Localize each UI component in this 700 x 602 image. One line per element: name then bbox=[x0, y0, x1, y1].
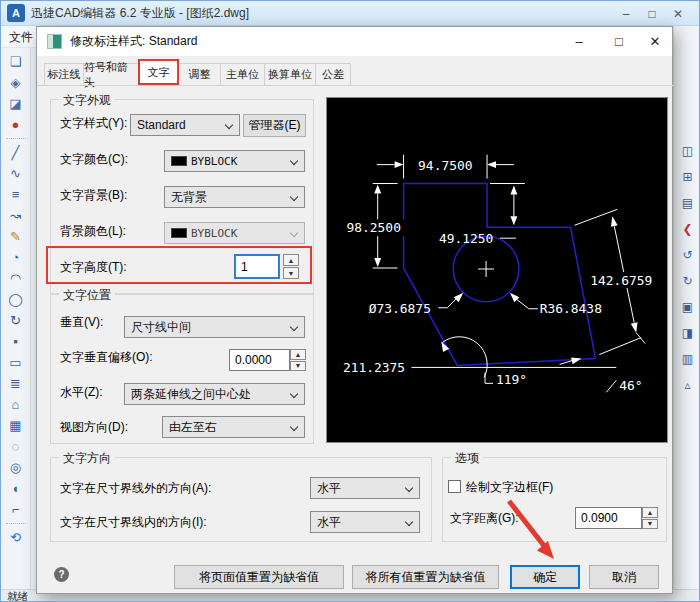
reset-page-button[interactable]: 将页面值重置为缺省值 bbox=[174, 565, 344, 589]
ok-button[interactable]: 确定 bbox=[510, 565, 580, 589]
measure-icon[interactable]: ▣ bbox=[677, 294, 699, 320]
polyline-icon[interactable]: ↝ bbox=[5, 205, 27, 226]
line-icon[interactable]: ╱ bbox=[5, 142, 27, 163]
spinner-up-icon[interactable]: ▲ bbox=[290, 349, 306, 360]
reset-all-button[interactable]: 将所有值重置为缺省值 bbox=[352, 565, 499, 589]
circle-icon[interactable]: ◔ bbox=[5, 247, 27, 268]
cancel-button[interactable]: 取消 bbox=[589, 565, 659, 589]
tab-primary-units[interactable]: 主单位 bbox=[220, 63, 265, 85]
dialog-maximize-icon[interactable]: □ bbox=[604, 27, 634, 56]
eraser-icon[interactable]: ◪ bbox=[5, 93, 27, 114]
view-direction-value: 由左至右 bbox=[169, 419, 217, 436]
text-gap-input[interactable]: 0.0900 bbox=[575, 507, 642, 529]
layout-icon[interactable]: ▥ bbox=[677, 346, 699, 372]
donut-icon[interactable]: ◎ bbox=[5, 457, 27, 478]
annotate-icon[interactable]: ◨ bbox=[677, 320, 699, 346]
direction-outside-select[interactable]: 水平 bbox=[310, 477, 420, 499]
new-file-icon[interactable]: ❏ bbox=[5, 51, 27, 72]
spinner-down-icon[interactable]: ▼ bbox=[290, 361, 306, 372]
pan-icon[interactable]: ◫ bbox=[677, 138, 699, 164]
settings-icon[interactable]: ▵ bbox=[677, 372, 699, 398]
spinner-down-icon[interactable]: ▼ bbox=[283, 267, 299, 279]
dim-slant-label: 142.6759 bbox=[590, 273, 652, 288]
main-titlebar: A 迅捷CAD编辑器 6.2 专业版 - [图纸2.dwg] – □ ✕ bbox=[1, 1, 700, 26]
status-text: 就绪 bbox=[7, 590, 28, 602]
text-fill-value: 无背景 bbox=[171, 189, 207, 206]
spinner-up-icon[interactable]: ▲ bbox=[642, 507, 658, 518]
spinner-down-icon[interactable]: ▼ bbox=[642, 519, 658, 530]
dimension-preview-panel: 94.7500 98.2500 49.1250 bbox=[326, 97, 668, 443]
dim-angle2-label: 46° bbox=[619, 378, 642, 393]
group-text-position-title: 文字位置 bbox=[59, 287, 115, 304]
polygon-icon[interactable]: ⌂ bbox=[5, 394, 27, 415]
dialog-minimize-icon[interactable]: – bbox=[564, 27, 594, 56]
spline-icon[interactable]: ∿ bbox=[5, 163, 27, 184]
text-fill-select[interactable]: 无背景 bbox=[164, 186, 305, 208]
ellipse-icon[interactable]: ◯ bbox=[5, 289, 27, 310]
layers-icon[interactable]: ▤ bbox=[677, 190, 699, 216]
render-sphere-icon[interactable]: ● bbox=[5, 114, 27, 135]
text-height-label: 文字高度(T): bbox=[60, 260, 127, 274]
tab-fit[interactable]: 调整 bbox=[178, 63, 221, 85]
group-text-appearance-title: 文字外观 bbox=[59, 92, 115, 109]
draw-text-frame-checkbox[interactable] bbox=[448, 480, 461, 493]
zoom-window-icon[interactable]: ⊞ bbox=[677, 164, 699, 190]
toolbar-separator bbox=[6, 523, 26, 524]
text-height-input[interactable]: 1 bbox=[234, 254, 280, 279]
direction-inside-select[interactable]: 水平 bbox=[310, 511, 420, 533]
help-button[interactable]: ? bbox=[54, 567, 69, 582]
text-gap-spinner[interactable]: ▲ ▼ bbox=[642, 507, 658, 529]
maximize-icon[interactable]: □ bbox=[639, 1, 665, 26]
tab-tolerances[interactable]: 公差 bbox=[315, 63, 351, 85]
previous-view-icon[interactable]: ❮ bbox=[677, 216, 699, 242]
fillet-icon[interactable]: ⌐ bbox=[5, 499, 27, 520]
tab-text[interactable]: 文字 bbox=[138, 59, 179, 85]
dim-angle1-label: 119° bbox=[496, 372, 527, 387]
vertical-offset-input[interactable]: 0.0000 bbox=[229, 349, 290, 371]
horizontal-select[interactable]: 两条延伸线之间中心处 bbox=[124, 383, 305, 405]
vertical-offset-spinner[interactable]: ▲ ▼ bbox=[290, 349, 306, 371]
redo-icon[interactable]: ↻ bbox=[677, 268, 699, 294]
direction-inside-label: 文字在尺寸界线内的方向(I): bbox=[60, 515, 207, 529]
text-height-spinner[interactable]: ▲ ▼ bbox=[283, 254, 299, 279]
point-icon[interactable]: ▪ bbox=[5, 331, 27, 352]
callout-icon[interactable]: ◖ bbox=[5, 478, 27, 499]
draw-text-frame-label: 绘制文字边框(F) bbox=[466, 480, 553, 494]
tab-dimension-lines[interactable]: 标注线 bbox=[44, 63, 84, 85]
app-logo-letter: A bbox=[12, 7, 20, 19]
menu-file[interactable]: 文件 bbox=[9, 26, 33, 48]
open-file-icon[interactable]: ◈ bbox=[5, 72, 27, 93]
close-icon[interactable]: ✕ bbox=[665, 1, 691, 26]
tab-divider bbox=[37, 85, 674, 86]
sync-icon[interactable]: ⟲ bbox=[5, 527, 27, 548]
rotate-icon[interactable]: ↻ bbox=[5, 310, 27, 331]
vertical-offset-value: 0.0000 bbox=[235, 353, 272, 367]
dialog-title: 修改标注样式: Standard bbox=[70, 27, 197, 56]
group-text-direction-title: 文字方向 bbox=[59, 450, 115, 467]
color-swatch-black bbox=[171, 156, 187, 166]
text-fill-label: 文字背景(B): bbox=[60, 188, 127, 202]
dim-diameter-label: Ø73.6875 bbox=[369, 301, 431, 316]
region-icon[interactable]: ▦ bbox=[5, 415, 27, 436]
arc-icon[interactable]: ◠ bbox=[5, 268, 27, 289]
text-gap-label: 文字距离(G): bbox=[450, 511, 519, 525]
tab-symbols-arrows[interactable]: 符号和箭头 bbox=[83, 63, 139, 85]
tab-alternate-units[interactable]: 换算单位 bbox=[264, 63, 316, 85]
view-direction-select[interactable]: 由左至右 bbox=[162, 416, 305, 438]
undo-icon[interactable]: ↺ bbox=[677, 242, 699, 268]
text-style-label: 文字样式(Y): bbox=[60, 116, 127, 130]
sketch-icon[interactable]: ✎ bbox=[5, 226, 27, 247]
vertical-select[interactable]: 尺寸线中间 bbox=[124, 316, 305, 338]
rectangle-icon[interactable]: ▭ bbox=[5, 352, 27, 373]
horizontal-label: 水平(Z): bbox=[60, 385, 103, 399]
minimize-icon[interactable]: – bbox=[613, 1, 639, 26]
background-color-select[interactable]: BYBLOCK bbox=[164, 222, 305, 244]
multiline-icon[interactable]: ≡ bbox=[5, 184, 27, 205]
dialog-close-icon[interactable]: ✕ bbox=[640, 27, 670, 56]
style-manager-button[interactable]: 管理器(E) bbox=[243, 114, 306, 137]
text-color-select[interactable]: BYBLOCK bbox=[164, 150, 305, 172]
hatch-lines-icon[interactable]: ≣ bbox=[5, 373, 27, 394]
spinner-up-icon[interactable]: ▲ bbox=[283, 254, 299, 266]
text-style-select[interactable]: Standard bbox=[130, 114, 240, 136]
revision-cloud-icon[interactable]: ◌ bbox=[5, 436, 27, 457]
